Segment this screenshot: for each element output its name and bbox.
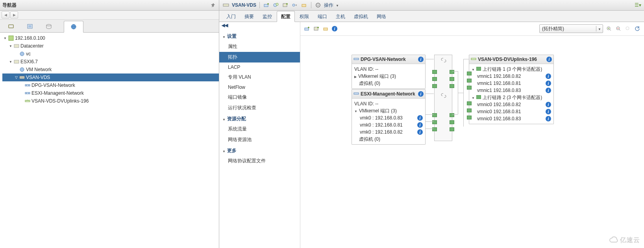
tab-vms[interactable]: 虚拟机 bbox=[350, 11, 372, 22]
tab-permissions[interactable]: 权限 bbox=[296, 11, 313, 22]
zoom-reset-icon[interactable] bbox=[624, 25, 631, 32]
tree-dpg[interactable]: DPG-VSAN-Network bbox=[2, 81, 219, 89]
nic-item[interactable]: vmnic0 192.168.0.82i bbox=[472, 101, 551, 108]
zoom-out-icon[interactable] bbox=[615, 25, 622, 32]
tab-configure[interactable]: 配置 bbox=[277, 11, 295, 22]
tab-getting-started[interactable]: 入门 bbox=[222, 11, 240, 22]
cfg-pvlan[interactable]: 专用 VLAN bbox=[219, 72, 300, 83]
action-edit-icon[interactable] bbox=[301, 2, 308, 9]
cfg-netprof[interactable]: 网络协议配置文件 bbox=[219, 156, 300, 166]
cfg-netpool[interactable]: 网络资源池 bbox=[219, 134, 300, 145]
cfg-health[interactable]: 运行状况检查 bbox=[219, 103, 300, 113]
refresh-icon[interactable] bbox=[634, 25, 641, 32]
vcenter-icon bbox=[8, 35, 14, 41]
portgroup-box-mgmt[interactable]: ESXI-Managent-Networki VLAN ID: -- VMker… bbox=[352, 89, 426, 145]
svg-rect-27 bbox=[302, 4, 306, 7]
portgroup-icon bbox=[24, 90, 31, 96]
svg-rect-32 bbox=[324, 28, 328, 30]
topo-managehost-icon[interactable] bbox=[313, 25, 320, 32]
tree-vmnet[interactable]: VM Network bbox=[2, 66, 219, 73]
tree-mgmt[interactable]: ESXI-Managent-Network bbox=[2, 89, 219, 97]
vmk-item[interactable]: vmk0 : 192.168.0.81i bbox=[354, 121, 423, 129]
action-migrate-icon[interactable] bbox=[291, 2, 298, 9]
uplink-group[interactable]: 上行链路 1 (3 个网卡适配器) bbox=[472, 66, 551, 73]
tree-vcenter[interactable]: 192.168.0.100 bbox=[2, 34, 219, 42]
tree-host[interactable]: ESXI6.7 bbox=[2, 58, 219, 66]
back-button[interactable]: ◀ bbox=[2, 11, 9, 18]
nic-item[interactable]: vmnic1 192.168.0.82i bbox=[472, 73, 551, 80]
tab-ports[interactable]: 端口 bbox=[314, 11, 331, 22]
info-icon[interactable]: i bbox=[417, 122, 423, 128]
nic-item[interactable]: vmnic1 192.168.0.83i bbox=[472, 87, 551, 94]
info-icon[interactable]: i bbox=[546, 73, 551, 79]
info-icon[interactable]: i bbox=[546, 57, 552, 62]
action-managehost-icon[interactable] bbox=[272, 2, 279, 9]
uplink-group[interactable]: 上行链路 2 (3 个网卡适配器) bbox=[472, 94, 551, 101]
tree-vc[interactable]: vc bbox=[2, 50, 219, 58]
nic-item[interactable]: vmnic0 192.168.0.83i bbox=[472, 115, 551, 122]
tab-monitor[interactable]: 监控 bbox=[259, 11, 276, 22]
info-icon[interactable]: i bbox=[546, 116, 551, 121]
cfg-sysflow[interactable]: 系统流量 bbox=[219, 124, 300, 134]
info-icon[interactable]: i bbox=[546, 81, 551, 86]
nic-item[interactable]: vmnic1 192.168.0.81i bbox=[472, 80, 551, 87]
zoom-in-icon[interactable] bbox=[605, 25, 613, 32]
network-icon bbox=[19, 66, 25, 73]
collapse-button[interactable]: ◀◀ bbox=[219, 22, 300, 31]
nav-tab-storage-icon[interactable] bbox=[45, 23, 53, 31]
tree-label: VSAN-VDS bbox=[26, 75, 50, 80]
tab-hosts[interactable]: 主机 bbox=[332, 11, 349, 22]
cfg-group-settings[interactable]: 设置 bbox=[219, 31, 300, 41]
tree-uplinks[interactable]: VSAN-VDS-DVUplinks-196 bbox=[2, 97, 219, 105]
cfg-netflow[interactable]: NetFlow bbox=[219, 83, 300, 92]
nav-tab-vms-icon[interactable] bbox=[26, 23, 34, 31]
topo-addhost-icon[interactable] bbox=[303, 25, 311, 32]
navigator-title: 导航器 bbox=[2, 2, 17, 9]
tab-networks[interactable]: 网络 bbox=[373, 11, 390, 22]
uplink-box[interactable]: VSAN-VDS-DVUplinks-196i 上行链路 1 (3 个网卡适配器… bbox=[469, 55, 554, 124]
info-icon[interactable]: i bbox=[417, 115, 423, 121]
tab-summary[interactable]: 摘要 bbox=[241, 11, 258, 22]
info-icon[interactable]: i bbox=[546, 102, 551, 107]
vmk-item[interactable]: vmk0 : 192.168.0.82i bbox=[354, 129, 423, 136]
tree-datacenter[interactable]: Datacenter bbox=[2, 42, 219, 50]
info-icon[interactable]: i bbox=[418, 57, 424, 62]
cfg-properties[interactable]: 属性 bbox=[219, 41, 300, 52]
datacenter-icon bbox=[13, 43, 20, 49]
topo-migrate-icon[interactable] bbox=[322, 25, 329, 32]
info-icon[interactable]: i bbox=[546, 109, 551, 114]
tree-vds[interactable]: ▽VSAN-VDS bbox=[2, 73, 219, 81]
cfg-lacp[interactable]: LACP bbox=[219, 62, 300, 72]
topology-canvas[interactable]: DPG-VSAN-Networki VLAN ID: -- VMkernel 端… bbox=[300, 36, 644, 248]
cfg-group-res[interactable]: 资源分配 bbox=[219, 113, 300, 124]
action-newpg-icon[interactable] bbox=[282, 2, 289, 9]
topo-info-icon[interactable]: i bbox=[332, 26, 337, 31]
vmk-row[interactable]: VMkernel 端口 (3) bbox=[354, 107, 423, 114]
cfg-mirror[interactable]: 端口镜像 bbox=[219, 92, 300, 103]
info-icon[interactable]: i bbox=[418, 91, 424, 97]
cfg-group-more[interactable]: 更多 bbox=[219, 145, 300, 156]
portgroup-box-dpg[interactable]: DPG-VSAN-Networki VLAN ID: -- VMkernel 端… bbox=[352, 55, 426, 89]
select-value: (拓扑精简) bbox=[542, 26, 564, 32]
vmk-row[interactable]: VMkernel 端口 (3) bbox=[354, 73, 423, 80]
info-icon[interactable]: i bbox=[417, 129, 423, 135]
cfg-topology[interactable]: 拓扑 bbox=[219, 52, 300, 62]
nav-tab-network-icon[interactable] bbox=[64, 21, 83, 33]
topology-toolbar: i (拓扑精简) bbox=[300, 22, 644, 36]
gear-icon[interactable] bbox=[315, 2, 322, 9]
pin-icon[interactable] bbox=[210, 2, 217, 8]
topology-filter-select[interactable]: (拓扑精简) bbox=[539, 24, 603, 33]
svg-point-18 bbox=[26, 93, 27, 94]
svg-rect-12 bbox=[22, 77, 22, 78]
group-label: 设置 bbox=[227, 33, 237, 40]
menu-icon[interactable]: ☰▾ bbox=[635, 2, 641, 8]
chevron-down-icon[interactable] bbox=[336, 2, 339, 8]
nic-item[interactable]: vmnic0 192.168.0.81i bbox=[472, 108, 551, 115]
actions-menu-label[interactable]: 操作 bbox=[324, 2, 333, 9]
nav-tab-hosts-icon[interactable] bbox=[7, 23, 15, 31]
forward-button[interactable]: ▶ bbox=[10, 11, 18, 18]
portgroup-icon bbox=[24, 82, 31, 88]
info-icon[interactable]: i bbox=[546, 88, 551, 93]
action-addhost-icon[interactable] bbox=[263, 2, 270, 9]
vmk-item[interactable]: vmk0 : 192.168.0.83i bbox=[354, 114, 423, 121]
